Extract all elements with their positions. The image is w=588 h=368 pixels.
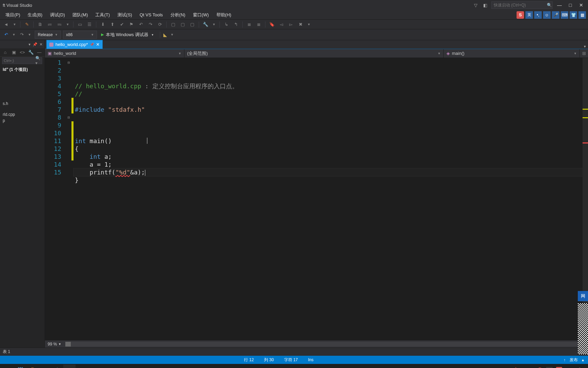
flag-icon[interactable]: ⚑ bbox=[127, 21, 135, 28]
menu-debug[interactable]: 调试(D) bbox=[47, 11, 68, 19]
box1-icon[interactable]: ▢ bbox=[169, 21, 177, 28]
edit-icon[interactable]: ✎ bbox=[23, 21, 31, 28]
sogou-badge-icon[interactable]: S bbox=[517, 11, 524, 19]
tree-item[interactable]: p bbox=[0, 118, 45, 124]
task-powershell[interactable]: ⧁ bbox=[51, 365, 63, 368]
properties-icon[interactable]: 🔧 bbox=[28, 49, 34, 56]
scope-dropdown[interactable]: (全局范围)▼ bbox=[184, 49, 444, 58]
tree-item[interactable]: s.h bbox=[0, 101, 45, 107]
close-panel-icon[interactable]: ✕ bbox=[39, 42, 43, 47]
bottom-panel-tabs[interactable]: 表 1 bbox=[0, 348, 588, 356]
ime-punct-icon[interactable]: •, bbox=[534, 11, 542, 19]
code-content[interactable]: // hello_world.cpp : 定义控制台应用程序的入口点。//#in… bbox=[74, 58, 583, 340]
prev-bookmark-icon[interactable]: ◅ bbox=[277, 21, 285, 28]
ime-language-icon[interactable]: 英 bbox=[525, 11, 533, 19]
home-icon[interactable]: ⌂ bbox=[2, 49, 9, 56]
tag-icon[interactable]: ◣ bbox=[163, 32, 167, 37]
nav-back-icon[interactable]: ◄ bbox=[2, 21, 10, 28]
output-tab[interactable]: 表 1 bbox=[3, 349, 10, 355]
undo-button[interactable]: ↶ bbox=[2, 31, 10, 39]
start-debug-button[interactable]: ▶ 本地 Windows 调试器 ▾ bbox=[99, 31, 157, 39]
h-scroll-thumb[interactable] bbox=[65, 342, 70, 347]
menu-team[interactable]: 团队(M) bbox=[69, 11, 92, 19]
wrench-dropdown[interactable]: ▾ bbox=[211, 22, 217, 27]
ime-keyboard-icon[interactable]: ⌨ bbox=[561, 11, 568, 19]
solution-tree[interactable]: ld" (1 个项目) s.h rld.cpp p bbox=[0, 65, 45, 348]
redo-icon[interactable]: ↷ bbox=[146, 21, 154, 28]
refresh-icon[interactable]: ⟳ bbox=[156, 21, 164, 28]
show-all-icon[interactable]: — bbox=[36, 49, 43, 56]
solution-search[interactable]: 🔍▾ bbox=[0, 57, 45, 65]
h-scrollbar[interactable] bbox=[65, 342, 585, 347]
tab-overflow-icon[interactable]: ▾ bbox=[584, 44, 588, 49]
step-out-icon[interactable]: ↰ bbox=[232, 21, 240, 28]
quick-launch[interactable]: 🔍 bbox=[491, 1, 553, 9]
attach-icon[interactable]: ⬇ bbox=[99, 21, 107, 28]
next-bookmark-icon[interactable]: ▻ bbox=[287, 21, 295, 28]
task-powerpoint[interactable]: P bbox=[27, 365, 39, 368]
tag-dropdown[interactable]: ▾ bbox=[169, 32, 175, 37]
step-in-icon[interactable]: ↳ bbox=[222, 21, 230, 28]
search-icon[interactable]: 🔍▾ bbox=[35, 56, 43, 65]
menu-help[interactable]: 帮助(H) bbox=[213, 11, 235, 19]
menu-project[interactable]: 项目(P) bbox=[2, 11, 23, 19]
ime-skin-icon[interactable]: 👕 bbox=[570, 11, 577, 19]
task-sublime[interactable]: ▣ bbox=[2, 365, 14, 368]
solution-platform-dropdown[interactable]: x86▼ bbox=[63, 31, 97, 39]
quick-launch-input[interactable] bbox=[494, 3, 545, 7]
task-screenshot[interactable]: 🖼 bbox=[14, 365, 27, 368]
ime-mic-icon[interactable]: 🎤 bbox=[552, 11, 559, 19]
close-button[interactable]: ✕ bbox=[577, 2, 585, 8]
solution-config-dropdown[interactable]: Release▼ bbox=[35, 31, 61, 39]
tray-language[interactable]: 英 bbox=[546, 367, 553, 368]
menu-window[interactable]: 窗口(W) bbox=[190, 11, 212, 19]
pin-tab-icon[interactable]: 📌 bbox=[90, 43, 94, 46]
outdent-icon[interactable]: ≕ bbox=[55, 21, 63, 28]
task-icon[interactable]: ☰ bbox=[85, 21, 94, 28]
upload-icon[interactable]: ↑ bbox=[564, 358, 566, 362]
minimize-button[interactable]: — bbox=[555, 2, 564, 8]
box3-icon[interactable]: ▢ bbox=[188, 21, 196, 28]
menu-analyze[interactable]: 分析(N) bbox=[167, 11, 189, 19]
filter-icon[interactable]: ▽ bbox=[472, 2, 479, 9]
publish-arrow-icon[interactable]: ▴ bbox=[582, 357, 584, 362]
project-dropdown[interactable]: ▣ hello_world▼ bbox=[45, 49, 184, 58]
pin-icon[interactable]: 📌 bbox=[33, 42, 37, 47]
wrench-icon[interactable]: 🔧 bbox=[201, 21, 210, 28]
redo-history-dropdown[interactable]: ▾ bbox=[27, 32, 33, 37]
redo-button[interactable]: ↷ bbox=[18, 31, 26, 39]
bookmark-icon[interactable]: 🔖 bbox=[268, 21, 276, 28]
undo-history-dropdown[interactable]: ▾ bbox=[11, 32, 17, 37]
indent-icon[interactable]: ≔ bbox=[46, 21, 54, 28]
list-icon[interactable]: ▭ bbox=[76, 21, 84, 28]
undo-icon[interactable]: ↶ bbox=[137, 21, 145, 28]
search-icon[interactable]: 🔍 bbox=[547, 3, 552, 7]
task-visual-studio[interactable]: ◈ bbox=[63, 365, 76, 368]
menu-test[interactable]: 测试(S) bbox=[114, 11, 135, 19]
dropdown-icon[interactable]: ▾ bbox=[29, 42, 31, 47]
fold-column[interactable]: ⊟⊟ bbox=[66, 58, 71, 340]
overlay-tag-icon[interactable]: 网 bbox=[578, 291, 588, 301]
split-editor-icon[interactable]: ⊞ bbox=[580, 51, 588, 56]
collapse-icon[interactable]: ▣ bbox=[11, 49, 17, 56]
tree-item[interactable]: rld.cpp bbox=[0, 111, 45, 118]
nav-back-dropdown[interactable]: ▾ bbox=[12, 22, 18, 27]
menu-build[interactable]: 生成(B) bbox=[24, 11, 46, 19]
zoom-dropdown[interactable]: 99 %▼ bbox=[48, 342, 61, 347]
solution-node[interactable]: ld" (1 个项目) bbox=[0, 66, 45, 73]
clear-bookmark-icon[interactable]: ✖ bbox=[296, 21, 305, 28]
code-editor[interactable]: 123456789101112131415 ⊟⊟ // hello_world.… bbox=[45, 58, 588, 340]
publish-button[interactable]: 发布 bbox=[570, 357, 578, 363]
check-icon[interactable]: ✔ bbox=[118, 21, 126, 28]
process-icon[interactable]: ⬆ bbox=[108, 21, 116, 28]
file-tab-hello-world[interactable]: hello_world.cpp* 📌 ✕ bbox=[46, 40, 103, 49]
menu-tools[interactable]: 工具(T) bbox=[92, 11, 113, 19]
maximize-button[interactable]: □ bbox=[566, 2, 574, 8]
toolbar-overflow[interactable]: ▾ bbox=[306, 22, 312, 27]
notification-icon[interactable]: ◧ bbox=[482, 2, 489, 9]
close-tab-icon[interactable]: ✕ bbox=[96, 42, 100, 47]
ime-face-icon[interactable]: ☺ bbox=[543, 11, 551, 19]
code-icon[interactable]: <> bbox=[19, 49, 26, 56]
box2-icon[interactable]: ▢ bbox=[179, 21, 187, 28]
format-dropdown[interactable]: ▾ bbox=[65, 22, 71, 27]
